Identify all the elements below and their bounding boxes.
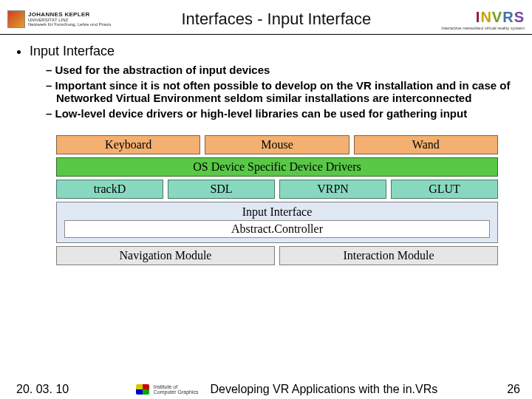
diagram-box-interaction: Interaction Module	[279, 246, 498, 265]
jku-name: JOHANNES KEPLER	[28, 12, 111, 18]
diagram-box-vrpn: VRPN	[279, 180, 386, 199]
invrs-subtitle: interactive networked virtual reality sy…	[441, 26, 525, 30]
diagram-box-glut: GLUT	[391, 180, 498, 199]
diagram-box-trackd: trackD	[56, 180, 163, 199]
footer-page-number: 26	[491, 383, 520, 396]
institute-logo-icon	[136, 384, 149, 395]
bullet-sub: Important since it is not often possible…	[46, 79, 520, 105]
institute-name: Institute of Computer Graphics	[154, 384, 199, 395]
diagram-box-os-drivers: OS Device Specific Device Drivers	[56, 157, 498, 177]
bullet-main-text: Input Interface	[30, 44, 115, 58]
bullet-sub: Low-level device drivers or high-level l…	[46, 107, 520, 120]
header-divider	[0, 34, 532, 35]
diagram-box-navigation: Navigation Module	[56, 246, 275, 265]
jku-badge-icon	[7, 10, 25, 28]
diagram-box-mouse: Mouse	[205, 135, 349, 154]
diagram-box-abstract-controller: Abstract.Controller	[64, 220, 490, 238]
diagram-box-wand: Wand	[354, 135, 498, 154]
jku-logo: JOHANNES KEPLER UNIVERSITÄT LINZ Netzwer…	[7, 10, 111, 28]
diagram-box-sdl: SDL	[168, 180, 275, 199]
footer-talk-title: Developing VR Applications with the in.V…	[210, 383, 437, 396]
slide-title: Interfaces - Input Interface	[111, 10, 441, 29]
diagram-label-input-interface: Input Interface	[64, 205, 490, 219]
diagram-box-input-interface: Input Interface Abstract.Controller	[56, 202, 498, 243]
diagram-box-keyboard: Keyboard	[56, 135, 200, 154]
footer-date: 20. 03. 10	[16, 383, 83, 396]
architecture-diagram: Keyboard Mouse Wand OS Device Specific D…	[56, 135, 498, 265]
invrs-logo: INVRS interactive networked virtual real…	[441, 9, 525, 30]
bullet-main: Input Interface Used for the abstraction…	[30, 44, 520, 120]
jku-sub2: Netzwerk für Forschung, Lehre und Praxis	[28, 22, 111, 27]
slide-footer: 20. 03. 10 Institute of Computer Graphic…	[0, 383, 532, 396]
bullet-sub: Used for the abstraction of input device…	[46, 64, 520, 77]
